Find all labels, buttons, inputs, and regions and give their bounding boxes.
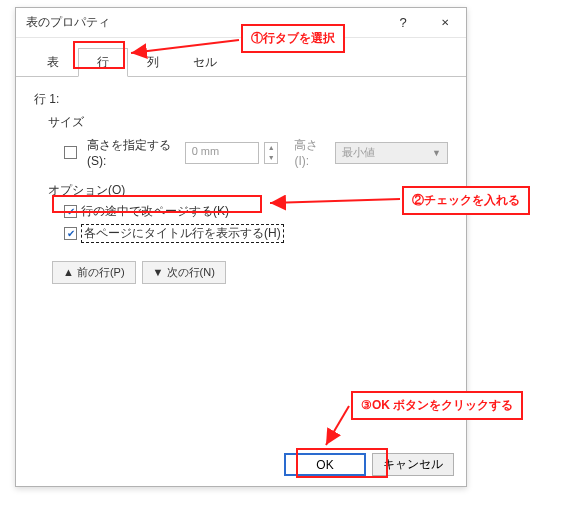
help-button[interactable]: ? bbox=[382, 8, 424, 38]
repeat-header-label: 各ページにタイトル行を表示する(H) bbox=[81, 224, 284, 243]
tab-column[interactable]: 列 bbox=[128, 48, 178, 77]
dialog-footer: OK キャンセル bbox=[284, 453, 454, 476]
content-area: 行 1: サイズ 高さを指定する(S): 0 mm ▲▼ 高さ(I): 最小値 … bbox=[16, 77, 466, 292]
tab-table[interactable]: 表 bbox=[28, 48, 78, 77]
tab-strip: 表 行 列 セル bbox=[16, 48, 466, 77]
allow-break-label: 行の途中で改ページする(K) bbox=[81, 203, 229, 220]
allow-break-checkbox[interactable]: ✔ bbox=[64, 205, 77, 218]
titlebar: 表のプロパティ ? ✕ bbox=[16, 8, 466, 38]
size-heading: サイズ bbox=[34, 114, 448, 131]
table-properties-dialog: 表のプロパティ ? ✕ 表 行 列 セル 行 1: サイズ 高さを指定する(S)… bbox=[15, 7, 467, 487]
height-mode-select[interactable]: 最小値 ▼ bbox=[335, 142, 448, 164]
nav-row: ▲ 前の行(P) ▼ 次の行(N) bbox=[34, 261, 448, 284]
specify-height-label: 高さを指定する(S): bbox=[87, 137, 179, 168]
repeat-header-checkbox[interactable]: ✔ bbox=[64, 227, 77, 240]
next-row-button[interactable]: ▼ 次の行(N) bbox=[142, 261, 226, 284]
ok-button[interactable]: OK bbox=[284, 453, 366, 476]
dialog-title: 表のプロパティ bbox=[16, 14, 382, 31]
height-input[interactable]: 0 mm bbox=[185, 142, 259, 164]
options-heading: オプション(O) bbox=[34, 182, 448, 199]
row-number-label: 行 1: bbox=[34, 91, 448, 108]
size-row: 高さを指定する(S): 0 mm ▲▼ 高さ(I): 最小値 ▼ bbox=[34, 137, 448, 168]
cancel-button[interactable]: キャンセル bbox=[372, 453, 454, 476]
tab-row[interactable]: 行 bbox=[78, 48, 128, 77]
close-button[interactable]: ✕ bbox=[424, 8, 466, 38]
chevron-down-icon: ▼ bbox=[432, 148, 441, 158]
height-mode-value: 最小値 bbox=[342, 145, 375, 160]
height-spinner[interactable]: ▲▼ bbox=[264, 142, 278, 164]
prev-row-button[interactable]: ▲ 前の行(P) bbox=[52, 261, 136, 284]
specify-height-checkbox[interactable] bbox=[64, 146, 77, 159]
repeat-header-row: ✔ 各ページにタイトル行を表示する(H) bbox=[34, 224, 448, 243]
tab-cell[interactable]: セル bbox=[178, 48, 232, 77]
height-mode-label: 高さ(I): bbox=[294, 137, 328, 168]
allow-break-row: ✔ 行の途中で改ページする(K) bbox=[34, 203, 448, 220]
